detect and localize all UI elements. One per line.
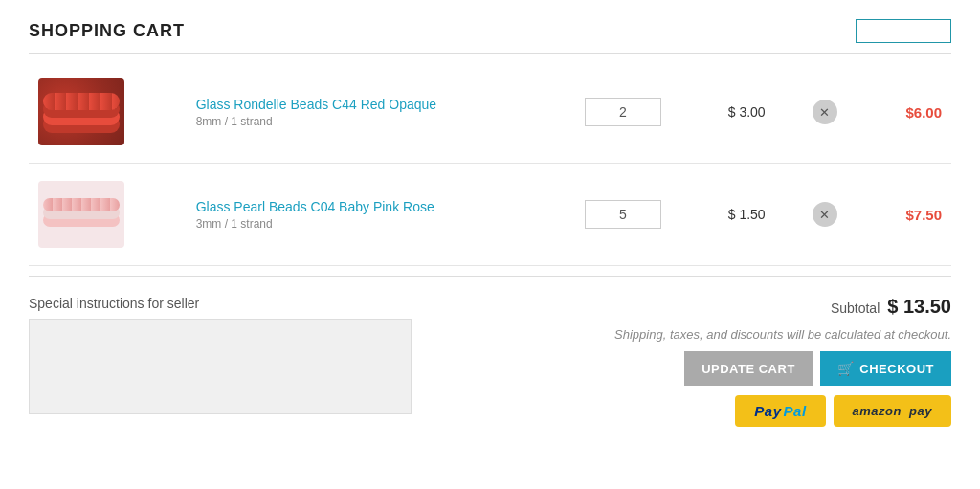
subtotal-row: Subtotal $ 13.50 [831, 296, 951, 318]
instructions-textarea[interactable] [29, 319, 412, 414]
quantity-cell [575, 164, 719, 266]
subtotal-label: Subtotal [831, 300, 880, 316]
summary-section: Subtotal $ 13.50 Shipping, taxes, and di… [431, 296, 951, 427]
page-wrapper: SHOPPING CART Glass Rondelle Beads C44 R… [0, 0, 980, 446]
bottom-divider [29, 276, 951, 277]
amazon-logo: amazon pay [853, 404, 932, 418]
page-title: SHOPPING CART [29, 21, 185, 41]
quantity-input[interactable] [585, 200, 661, 229]
quantity-input[interactable] [585, 98, 661, 126]
instructions-section: Special instructions for seller [29, 296, 412, 427]
remove-button[interactable]: ✕ [813, 100, 837, 124]
product-variant: 3mm / 1 strand [196, 217, 566, 231]
instructions-label: Special instructions for seller [29, 296, 412, 311]
product-image-cell [29, 164, 187, 266]
remove-cell: ✕ [803, 61, 869, 164]
cart-table: Glass Rondelle Beads C44 Red Opaque 8mm … [29, 61, 951, 266]
update-cart-button[interactable]: UPDATE CART [684, 351, 813, 386]
payment-buttons: PayPal amazon pay [735, 395, 951, 427]
product-info-cell: Glass Rondelle Beads C44 Red Opaque 8mm … [187, 61, 575, 164]
table-row: Glass Rondelle Beads C44 Red Opaque 8mm … [29, 61, 951, 164]
table-row: Glass Pearl Beads C04 Baby Pink Rose 3mm… [29, 164, 951, 266]
price-cell: $ 3.00 [719, 61, 803, 164]
product-image-pink-beads [38, 181, 124, 248]
page-header: SHOPPING CART [29, 19, 951, 43]
paypal-logo: PayPal [754, 403, 806, 419]
header-divider [29, 53, 951, 54]
product-name: Glass Pearl Beads C04 Baby Pink Rose [196, 199, 434, 214]
total-cell: $6.00 [869, 61, 951, 164]
product-info-cell: Glass Pearl Beads C04 Baby Pink Rose 3mm… [187, 164, 575, 266]
remove-button[interactable]: ✕ [813, 202, 837, 227]
quantity-cell [575, 61, 719, 164]
checkout-label: CHECKOUT [859, 362, 934, 376]
coupon-input[interactable] [856, 19, 951, 43]
total-cell: $7.50 [869, 164, 951, 266]
action-buttons: UPDATE CART 🛒 CHECKOUT [684, 351, 951, 386]
price-cell: $ 1.50 [719, 164, 803, 266]
product-name-link[interactable]: Glass Rondelle Beads C44 Red Opaque [196, 97, 436, 112]
subtotal-amount: $ 13.50 [887, 296, 951, 318]
amazon-pay-button[interactable]: amazon pay [834, 395, 951, 427]
product-variant: 8mm / 1 strand [196, 115, 566, 128]
remove-cell: ✕ [803, 164, 869, 266]
cart-icon: 🛒 [837, 361, 855, 376]
shipping-note: Shipping, taxes, and discounts will be c… [614, 327, 951, 342]
checkout-button[interactable]: 🛒 CHECKOUT [820, 351, 951, 386]
paypal-button[interactable]: PayPal [735, 395, 825, 427]
bottom-section: Special instructions for seller Subtotal… [29, 296, 951, 427]
product-image-red-beads [38, 78, 124, 145]
product-image-cell [29, 61, 187, 164]
